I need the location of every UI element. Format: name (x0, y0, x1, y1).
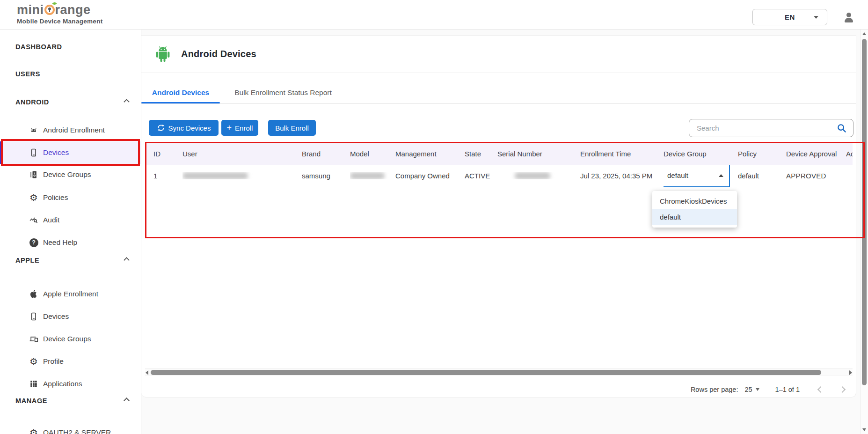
sidebar-section-android[interactable]: ANDROID (15, 96, 49, 108)
gear-icon: ⚙ (29, 193, 38, 202)
device-group-dropdown-menu: ChromeKioskDevices default (652, 191, 737, 228)
col-management: Management (395, 150, 465, 158)
bulk-enroll-button[interactable]: Bulk Enroll (268, 120, 316, 136)
col-device-approval: Device Approval (786, 150, 846, 158)
col-actions-truncated: Ac (846, 150, 853, 158)
logo-tagline: Mobile Device Management (17, 18, 103, 25)
content-card: Android Devices Android Devices Bulk Enr… (141, 35, 856, 397)
previous-page-icon[interactable] (817, 386, 824, 393)
cell-policy: default (738, 172, 786, 180)
sync-devices-button[interactable]: Sync Devices (149, 120, 219, 136)
dropdown-option-chromekioskdevices[interactable]: ChromeKioskDevices (652, 193, 737, 209)
col-brand: Brand (302, 150, 350, 158)
chevron-up-icon (719, 174, 723, 177)
pagination-range: 1–1 of 1 (775, 386, 800, 393)
language-selector[interactable]: EN (752, 9, 827, 25)
android-green-icon (156, 46, 170, 62)
android-robot-icon (29, 125, 38, 135)
sidebar-item-android-enrollment[interactable]: Android Enrollment (0, 122, 141, 138)
sidebar-section-apple[interactable]: APPLE (15, 255, 39, 266)
active-tab-underline (141, 102, 220, 103)
rows-per-page-label: Rows per page: (691, 386, 738, 393)
sidebar-item-need-help[interactable]: ? Need Help (0, 235, 141, 250)
enroll-button[interactable]: + Enroll (221, 120, 258, 136)
sidebar-section-manage[interactable]: MANAGE (15, 395, 47, 406)
sync-icon (157, 124, 165, 132)
chevron-up-icon[interactable] (124, 397, 130, 404)
redacted-model-value (350, 172, 385, 179)
sidebar-item-android-device-groups[interactable]: Device Groups (0, 167, 141, 183)
cell-id: 1 (153, 172, 182, 180)
sidebar-item-apple-devices[interactable]: Devices (0, 309, 141, 324)
rows-per-page-select[interactable]: 25 (744, 386, 759, 393)
search-input[interactable] (689, 119, 853, 137)
sidebar-item-oauth-server[interactable]: ⚙ OAUTH2 & SERVER (0, 425, 141, 434)
sidebar-item-android-devices[interactable]: Devices (0, 145, 141, 161)
sidebar-item-apple-enrollment[interactable]: Apple Enrollment (0, 286, 141, 302)
page-header: Android Devices (141, 36, 856, 73)
cell-management: Company Owned (395, 172, 465, 180)
sidebar-item-profile[interactable]: ⚙ Profile (0, 353, 141, 369)
pagination-bar: Rows per page: 25 1–1 of 1 (691, 381, 845, 398)
horizontal-scrollbar (145, 368, 853, 375)
cell-enrollment-time: Jul 23, 2025, 04:35 PM (580, 172, 664, 180)
logo-o-ring-icon (44, 5, 55, 15)
sidebar-item-users[interactable]: USERS (15, 68, 40, 80)
chevron-up-icon[interactable] (124, 257, 130, 263)
scroll-up-arrow-icon[interactable] (862, 32, 866, 35)
scroll-down-arrow-icon[interactable] (862, 428, 866, 431)
cell-brand: samsung (302, 172, 350, 180)
tab-bulk-enrollment-report[interactable]: Bulk Enrollment Status Report (225, 73, 342, 103)
sidebar-nav: DASHBOARD USERS ANDROID Android Enrollme… (0, 29, 141, 434)
col-user: User (182, 150, 302, 158)
page-title: Android Devices (181, 49, 256, 59)
miniorange-logo: minirange Mobile Device Management (17, 3, 103, 25)
help-icon: ? (29, 238, 38, 247)
tabs-bar: Android Devices Bulk Enrollment Status R… (141, 73, 856, 104)
col-model: Model (350, 150, 395, 158)
cell-device-group: default (664, 165, 738, 187)
search-icon[interactable] (836, 123, 847, 133)
device-group-select[interactable]: default (664, 165, 730, 187)
chevron-up-icon[interactable] (124, 99, 130, 105)
col-id: ID (153, 150, 182, 158)
tab-android-devices[interactable]: Android Devices (141, 73, 220, 103)
cell-model (350, 172, 395, 179)
devices-icon (29, 334, 38, 344)
scroll-right-arrow-icon[interactable] (849, 370, 852, 375)
sidebar-item-audit[interactable]: Audit (0, 212, 141, 228)
table-header-row: ID User Brand Model Management State Ser… (145, 142, 853, 165)
redacted-user-value (182, 172, 248, 179)
horizontal-scrollbar-thumb[interactable] (151, 370, 821, 375)
col-serial-number: Serial Number (497, 150, 580, 158)
chevron-down-icon (814, 16, 818, 19)
scroll-left-arrow-icon[interactable] (146, 370, 148, 375)
user-account-icon[interactable] (843, 12, 855, 24)
cell-serial (497, 172, 580, 179)
dropdown-option-default[interactable]: default (652, 209, 737, 225)
vertical-scrollbar (860, 29, 868, 434)
cell-device-approval: APPROVED (786, 172, 846, 180)
col-device-group: Device Group (664, 150, 738, 158)
search-box (689, 119, 853, 137)
table-row: 1 samsung Company Owned ACTIVE Jul 23, 2… (145, 165, 853, 187)
phone-icon (29, 312, 38, 321)
sidebar-item-applications[interactable]: Applications (0, 376, 141, 392)
plus-icon: + (227, 124, 232, 132)
sidebar-item-apple-device-groups[interactable]: Device Groups (0, 331, 141, 347)
sidebar-item-dashboard[interactable]: DASHBOARD (15, 41, 62, 52)
col-enrollment-time: Enrollment Time (580, 150, 664, 158)
mdm-admin-page: minirange Mobile Device Management EN DA… (0, 0, 868, 434)
audit-chart-icon (29, 215, 38, 225)
col-policy: Policy (738, 150, 786, 158)
language-value: EN (785, 13, 795, 21)
cell-state: ACTIVE (465, 172, 497, 180)
next-page-icon[interactable] (839, 386, 846, 393)
apps-grid-icon (29, 379, 38, 389)
sidebar-item-policies[interactable]: ⚙ Policies (0, 190, 141, 206)
top-header: minirange Mobile Device Management EN (0, 0, 868, 29)
vertical-scrollbar-thumb[interactable] (862, 39, 867, 385)
phone-icon (29, 148, 38, 157)
col-state: State (465, 150, 497, 158)
device-groups-icon (29, 170, 38, 179)
